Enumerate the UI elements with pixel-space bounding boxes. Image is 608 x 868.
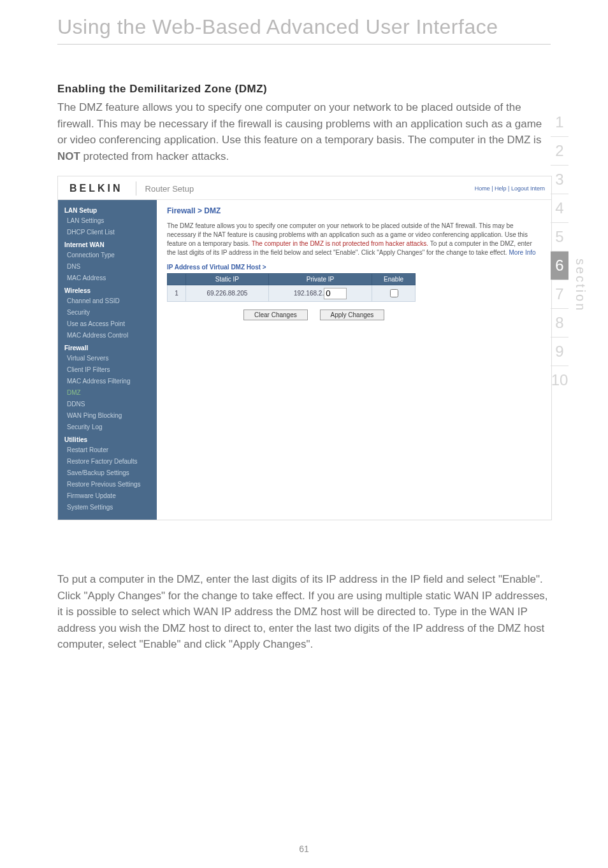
nav-system-settings[interactable]: System Settings (58, 502, 157, 513)
dmz-not: NOT (57, 150, 80, 162)
section-tab-1[interactable]: 1 (551, 108, 568, 137)
page-number: 61 (0, 844, 608, 854)
nav-channel-ssid[interactable]: Channel and SSID (58, 295, 157, 307)
breadcrumb: Firewall > DMZ (167, 206, 541, 215)
apply-changes-button[interactable]: Apply Changes (320, 309, 385, 320)
nav-save-backup-settings[interactable]: Save/Backup Settings (58, 467, 157, 479)
section-tabs: 1 2 3 4 5 6 7 8 9 10 (551, 108, 568, 394)
dmz-description: The DMZ feature allows you to specify on… (167, 222, 541, 257)
row-private-ip: 192.168.2. (268, 285, 372, 302)
section-tab-4[interactable]: 4 (551, 194, 568, 223)
nav-mac-address-control[interactable]: MAC Address Control (58, 330, 157, 341)
clear-changes-button[interactable]: Clear Changes (243, 309, 308, 320)
nav-wan-ping-blocking[interactable]: WAN Ping Blocking (58, 410, 157, 422)
nav-restart-router[interactable]: Restart Router (58, 445, 157, 456)
nav-mac-address-filtering[interactable]: MAC Address Filtering (58, 376, 157, 387)
page-title: Using the Web-Based Advanced User Interf… (57, 15, 551, 39)
section-tab-9[interactable]: 9 (551, 338, 568, 366)
nav-lan-settings[interactable]: LAN Settings (58, 215, 157, 227)
nav-group-wireless: Wireless (58, 284, 157, 295)
enable-checkbox[interactable] (390, 289, 398, 297)
button-row: Clear Changes Apply Changes (243, 309, 541, 320)
dmz-table-row: 1 69.226.88.205 192.168.2. (168, 285, 416, 302)
col-static-ip: Static IP (186, 274, 269, 285)
nav-firmware-update[interactable]: Firmware Update (58, 490, 157, 502)
private-ip-prefix: 192.168.2. (294, 289, 324, 296)
router-header: BELKIN Router Setup Home | Help | Logout… (58, 176, 551, 200)
nav-client-ip-filters[interactable]: Client IP Filters (58, 364, 157, 376)
section-tab-7[interactable]: 7 (551, 280, 568, 309)
nav-mac-address[interactable]: MAC Address (58, 273, 157, 284)
section-tab-3[interactable]: 3 (551, 166, 568, 194)
nav-ddns[interactable]: DDNS (58, 399, 157, 410)
section-tab-5[interactable]: 5 (551, 223, 568, 252)
col-private-ip: Private IP (268, 274, 372, 285)
section-tab-6[interactable]: 6 (551, 252, 568, 280)
nav-group-firewall: Firewall (58, 341, 157, 353)
dmz-intro-pre: The DMZ feature allows you to specify on… (57, 101, 542, 146)
section-tab-8[interactable]: 8 (551, 309, 568, 338)
dmz-table: Static IP Private IP Enable 1 69.226.88.… (167, 273, 416, 302)
dmz-intro-post: protected from hacker attacks. (80, 150, 229, 162)
private-ip-input[interactable] (324, 288, 347, 299)
nav-use-as-ap[interactable]: Use as Access Point (58, 318, 157, 330)
router-title: Router Setup (145, 184, 194, 194)
nav-dhcp-client-list[interactable]: DHCP Client List (58, 227, 157, 238)
ip-host-label: IP Address of Virtual DMZ Host > (167, 264, 541, 271)
nav-wireless-security[interactable]: Security (58, 307, 157, 318)
more-info-link[interactable]: More Info (509, 249, 535, 256)
section-tab-2[interactable]: 2 (551, 137, 568, 166)
nav-dmz[interactable]: DMZ (58, 387, 157, 399)
brand-logo: BELKIN (69, 183, 123, 194)
dmz-intro: The DMZ feature allows you to specify on… (57, 99, 551, 164)
row-index: 1 (168, 285, 186, 302)
dmz-outro: To put a computer in the DMZ, enter the … (57, 571, 551, 653)
nav-connection-type[interactable]: Connection Type (58, 250, 157, 261)
router-admin-panel: BELKIN Router Setup Home | Help | Logout… (57, 176, 552, 520)
router-content: Firewall > DMZ The DMZ feature allows yo… (157, 200, 551, 520)
dmz-title: Enabling the Demilitarized Zone (DMZ) (57, 83, 551, 96)
nav-security-log[interactable]: Security Log (58, 422, 157, 433)
section-tab-10[interactable]: 10 (551, 366, 568, 394)
brand-separator (136, 181, 136, 196)
nav-restore-factory-defaults[interactable]: Restore Factory Defaults (58, 456, 157, 467)
nav-group-internet-wan: Internet WAN (58, 238, 157, 250)
nav-group-lan: LAN Setup (58, 204, 157, 215)
section-tabs-label: section (573, 259, 588, 312)
heading-rule (57, 44, 551, 45)
nav-group-utilities: Utilities (58, 433, 157, 445)
sidebar-nav: LAN Setup LAN Settings DHCP Client List … (58, 200, 157, 520)
col-enable: Enable (372, 274, 416, 285)
top-links[interactable]: Home | Help | Logout Intern (475, 185, 545, 192)
nav-restore-previous-settings[interactable]: Restore Previous Settings (58, 479, 157, 490)
dmz-table-header-row: Static IP Private IP Enable (168, 274, 416, 285)
row-static-ip: 69.226.88.205 (186, 285, 269, 302)
row-enable (372, 285, 416, 302)
nav-virtual-servers[interactable]: Virtual Servers (58, 353, 157, 364)
col-index (168, 274, 186, 285)
dmz-desc-warn: The computer in the DMZ is not protected… (252, 240, 428, 247)
nav-dns[interactable]: DNS (58, 261, 157, 273)
